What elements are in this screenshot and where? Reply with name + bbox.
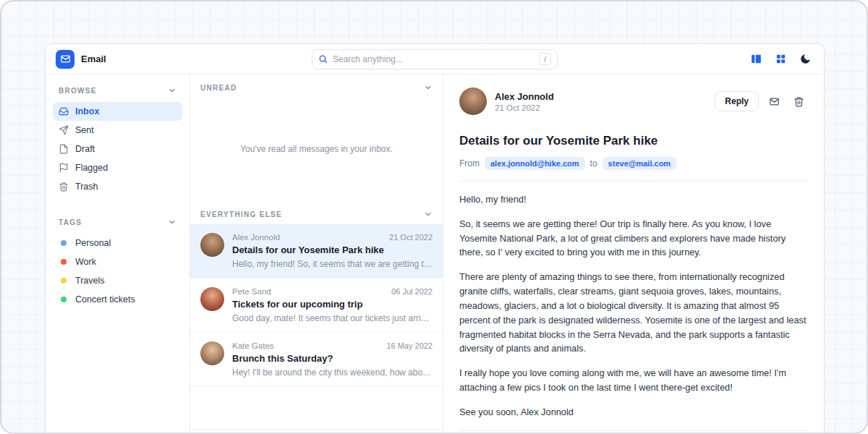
email-preview: Hey! I'll be around the city this weeken…	[232, 367, 433, 378]
browse-section-header[interactable]: BROWSE	[53, 83, 182, 98]
email-preview: Hello, my friend! So, it seems that we a…	[232, 259, 433, 269]
tag-item-work[interactable]: Work	[53, 252, 182, 271]
body-paragraph: I really hope you love coming along with…	[459, 366, 808, 395]
sidebar-item-flagged[interactable]: Flagged	[53, 158, 182, 177]
page-background: Email /	[0, 0, 868, 434]
search-bar[interactable]: /	[312, 49, 558, 69]
color-mode-button[interactable]	[796, 51, 814, 68]
tags-section-header[interactable]: TAGS	[53, 215, 182, 229]
message-list: UNREAD You've read all messages in your …	[190, 75, 443, 434]
email-date: 21 Oct 2022	[389, 233, 433, 242]
email-list-item[interactable]: Kate Gates 16 May 2022 Brunch this Satur…	[190, 333, 443, 387]
browse-list: Inbox Sent Draft Flagged	[53, 102, 182, 196]
panel-toggle-button[interactable]	[747, 51, 765, 68]
everything-else-section-label: EVERYTHING ELSE	[200, 210, 282, 218]
tag-item-personal[interactable]: Personal	[53, 234, 182, 252]
email-list-item[interactable]: Alex Jonnold 21 Oct 2022 Details for our…	[190, 224, 443, 278]
flag-icon	[59, 163, 69, 173]
divider	[459, 430, 808, 431]
tag-label: Concert tickets	[75, 294, 135, 305]
email-meta: Kate Gates 16 May 2022 Brunch this Satur…	[232, 341, 433, 378]
main-columns: BROWSE Inbox Sent Draft	[46, 75, 824, 434]
detail-date: 21 Oct 2022	[495, 103, 554, 112]
mail-icon	[769, 96, 780, 107]
avatar	[200, 233, 224, 257]
from-address-badge[interactable]: alex.jonnold@hike.com	[485, 157, 585, 170]
body-paragraph: Hello, my friend!	[459, 192, 808, 207]
tag-label: Work	[75, 257, 96, 267]
tag-color-dot	[61, 240, 67, 246]
chevron-down-icon	[168, 218, 176, 226]
email-date: 16 May 2022	[386, 341, 433, 350]
email-preview: Good day, mate! It seems that our ticket…	[232, 313, 433, 323]
everything-else-section-header[interactable]: EVERYTHING ELSE	[190, 201, 443, 224]
email-body: Hello, my friend! So, it seems we are ge…	[459, 192, 808, 420]
search-icon	[318, 54, 328, 64]
sender-avatar	[459, 88, 487, 115]
delete-mail-button[interactable]	[789, 92, 808, 111]
sidebar-item-label: Flagged	[75, 163, 108, 173]
email-subject: Brunch this Saturday?	[232, 353, 433, 364]
sidebar-item-sent[interactable]: Sent	[53, 121, 182, 140]
unread-empty-message: You've read all messages in your inbox.	[190, 96, 443, 201]
divider	[459, 181, 808, 182]
color-mode-icon	[799, 53, 812, 65]
tag-item-travels[interactable]: Travels	[53, 271, 182, 290]
tags-list: Personal Work Travels Concert tickets	[53, 234, 182, 309]
sidebar-item-label: Trash	[75, 182, 98, 192]
sidebar-item-label: Sent	[75, 125, 94, 135]
detail-header: Alex Jonnold 21 Oct 2022 Reply	[459, 88, 808, 115]
tag-color-dot	[61, 278, 67, 284]
email-date: 06 Jul 2022	[391, 287, 433, 296]
email-subject: Details for our Yosemite Park hike	[232, 244, 433, 255]
avatar	[200, 341, 224, 365]
body-paragraph: There are plenty of amazing things to se…	[459, 270, 808, 356]
detail-subject: Details for our Yosemite Park hike	[459, 134, 808, 148]
email-logo-icon	[56, 50, 75, 69]
topbar: Email /	[46, 44, 824, 75]
tag-label: Travels	[75, 276, 105, 286]
sidebar-item-draft[interactable]: Draft	[53, 140, 182, 158]
body-paragraph: So, it seems we are getting there! Our t…	[459, 217, 808, 260]
avatar	[200, 287, 224, 311]
panel-toggle-icon	[750, 53, 762, 65]
email-list-item[interactable]: Pete Sand 06 Jul 2022 Tickets for our up…	[190, 278, 443, 333]
unread-section-label: UNREAD	[200, 84, 237, 92]
grid-menu-button[interactable]	[772, 51, 789, 68]
email-meta: Alex Jonnold 21 Oct 2022 Details for our…	[232, 233, 433, 269]
chevron-down-icon	[168, 86, 176, 95]
list-bottom-divider	[190, 429, 443, 434]
from-label: From	[459, 158, 480, 169]
email-meta: Pete Sand 06 Jul 2022 Tickets for our up…	[232, 287, 433, 323]
detail-sender-name: Alex Jonnold	[495, 91, 554, 102]
mail-action-button[interactable]	[765, 92, 783, 111]
tag-color-dot	[61, 297, 67, 302]
trash-icon	[793, 96, 804, 107]
inbox-icon	[59, 106, 69, 116]
sidebar: BROWSE Inbox Sent Draft	[46, 75, 190, 434]
detail-actions: Reply	[715, 91, 808, 111]
email-sender: Kate Gates	[232, 341, 274, 350]
to-label: to	[590, 158, 597, 169]
app-title: Email	[81, 54, 106, 64]
reply-button[interactable]: Reply	[715, 91, 759, 111]
tag-color-dot	[61, 259, 67, 265]
email-sender: Alex Jonnold	[232, 233, 280, 242]
search-input[interactable]	[333, 54, 534, 64]
unread-section-header[interactable]: UNREAD	[190, 75, 443, 96]
email-app-window: Email /	[45, 43, 825, 434]
chevron-down-icon	[424, 210, 433, 218]
sidebar-item-label: Inbox	[75, 106, 99, 116]
from-to-row: From alex.jonnold@hike.com to steve@mail…	[459, 157, 808, 170]
search-shortcut-key: /	[539, 53, 551, 65]
send-icon	[59, 125, 69, 135]
to-address-badge[interactable]: steve@mail.com	[603, 157, 677, 170]
tag-item-concert-tickets[interactable]: Concert tickets	[53, 290, 182, 309]
email-subject: Tickets for our upcoming trip	[232, 299, 433, 310]
sidebar-item-inbox[interactable]: Inbox	[53, 102, 182, 121]
topbar-actions	[747, 51, 814, 68]
sidebar-item-trash[interactable]: Trash	[53, 177, 182, 196]
sender-meta: Alex Jonnold 21 Oct 2022	[495, 91, 554, 112]
sidebar-item-label: Draft	[75, 144, 95, 154]
grid-menu-icon	[775, 53, 787, 65]
